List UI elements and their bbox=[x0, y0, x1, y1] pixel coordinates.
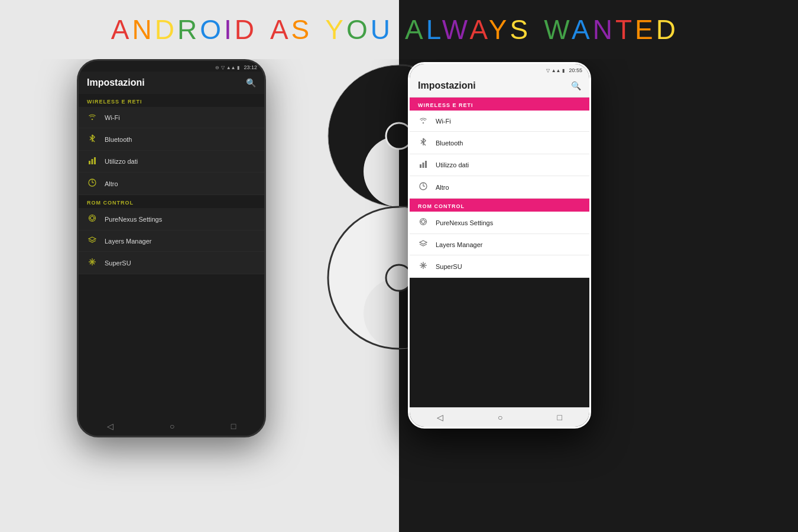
letter-D: D bbox=[155, 14, 177, 45]
right-altro-item[interactable]: Altro bbox=[410, 176, 589, 199]
letter-A: A bbox=[111, 14, 132, 45]
left-data-item[interactable]: Utilizzo dati bbox=[79, 151, 264, 173]
right-status-icons: ▽ ▲▲ ▮ bbox=[546, 68, 565, 73]
right-home-icon[interactable]: ○ bbox=[498, 413, 502, 422]
letter-AL-A: A bbox=[405, 14, 426, 45]
svg-rect-5 bbox=[92, 159, 93, 164]
right-altro-label: Altro bbox=[436, 184, 449, 191]
left-purenexus-item[interactable]: PureNexus Settings bbox=[79, 208, 264, 231]
left-data-icon bbox=[87, 157, 98, 166]
left-bluetooth-icon bbox=[87, 134, 98, 144]
left-wifi-label: Wi-Fi bbox=[105, 114, 120, 121]
right-wifi-label: Wi-Fi bbox=[436, 118, 451, 125]
left-phone: ⊖ ▽ ▲▲ ▮ 23:12 Impostazioni 🔍 WIRELESS E… bbox=[77, 59, 266, 437]
left-settings-list: WIRELESS E RETI Wi-Fi Bluetooth bbox=[79, 94, 264, 417]
letter-AL-L: L bbox=[426, 14, 442, 45]
dnd-icon: ⊖ bbox=[215, 65, 219, 70]
svg-rect-4 bbox=[89, 161, 90, 164]
header-row: ANDROIDASYOU ALWAYSWANTED bbox=[0, 0, 798, 59]
right-phone-container: ▽ ▲▲ ▮ 20:55 Impostazioni 🔍 WIRELESS E R… bbox=[408, 62, 591, 429]
left-status-bar: ⊖ ▽ ▲▲ ▮ 23:12 bbox=[79, 61, 264, 72]
svg-rect-22 bbox=[423, 163, 424, 168]
right-layers-item[interactable]: Layers Manager bbox=[410, 234, 589, 255]
left-purenexus-label: PureNexus Settings bbox=[105, 216, 162, 223]
left-altro-item[interactable]: Altro bbox=[79, 173, 264, 195]
letter-D2: D bbox=[235, 14, 257, 45]
svg-point-10 bbox=[92, 180, 93, 181]
right-layers-label: Layers Manager bbox=[436, 241, 483, 248]
letter-AL-S: S bbox=[510, 14, 531, 45]
right-supersu-label: SuperSU bbox=[436, 263, 462, 270]
left-altro-icon bbox=[87, 179, 98, 189]
letter-Y: Y bbox=[325, 14, 346, 45]
letter-WA: A bbox=[572, 14, 593, 45]
letter-WT: T bbox=[615, 14, 635, 45]
right-recents-icon[interactable]: □ bbox=[557, 413, 562, 422]
left-status-icons: ⊖ ▽ ▲▲ ▮ bbox=[215, 65, 240, 70]
right-supersu-icon bbox=[418, 261, 429, 271]
letter-R: R bbox=[177, 14, 200, 45]
left-home-icon[interactable]: ○ bbox=[170, 421, 174, 431]
right-signal-icon: ▲▲ bbox=[552, 68, 561, 73]
letter-AL-Y: Y bbox=[489, 14, 510, 45]
svg-point-29 bbox=[421, 220, 425, 223]
right-section1-header: WIRELESS E RETI bbox=[410, 98, 589, 111]
left-status-time: 23:12 bbox=[244, 64, 257, 70]
letter-AS-A: A bbox=[270, 14, 291, 45]
right-app-bar: Impostazioni 🔍 bbox=[410, 74, 589, 98]
right-status-time: 20:55 bbox=[569, 67, 582, 73]
left-phone-container: ⊖ ▽ ▲▲ ▮ 23:12 Impostazioni 🔍 WIRELESS E… bbox=[77, 59, 266, 437]
left-bluetooth-item[interactable]: Bluetooth bbox=[79, 128, 264, 151]
right-altro-icon bbox=[418, 182, 429, 192]
right-status-bar: ▽ ▲▲ ▮ 20:55 bbox=[410, 64, 589, 74]
title-bg-right: ALWAYSWANTED bbox=[399, 0, 798, 59]
right-purenexus-item[interactable]: PureNexus Settings bbox=[410, 212, 589, 234]
left-section2-header: ROM CONTROL bbox=[79, 195, 264, 208]
svg-rect-23 bbox=[425, 161, 427, 168]
right-bluetooth-label: Bluetooth bbox=[436, 140, 463, 147]
letter-U: U bbox=[371, 14, 393, 45]
right-wifi-icon bbox=[418, 116, 429, 125]
right-data-item[interactable]: Utilizzo dati bbox=[410, 154, 589, 176]
right-back-icon[interactable]: ◁ bbox=[437, 413, 443, 422]
left-altro-label: Altro bbox=[105, 180, 118, 187]
letter-N: N bbox=[132, 14, 154, 45]
left-back-icon[interactable]: ◁ bbox=[107, 421, 113, 431]
right-nav-bar: ◁ ○ □ bbox=[410, 407, 589, 427]
right-wifi-item[interactable]: Wi-Fi bbox=[410, 111, 589, 132]
left-phone-screen: ⊖ ▽ ▲▲ ▮ 23:12 Impostazioni 🔍 WIRELESS E… bbox=[79, 61, 264, 436]
letter-WD: D bbox=[656, 14, 679, 45]
right-battery-icon: ▮ bbox=[562, 68, 565, 73]
left-section1-header: WIRELESS E RETI bbox=[79, 94, 264, 107]
left-supersu-item[interactable]: SuperSU bbox=[79, 252, 264, 274]
left-layers-item[interactable]: Layers Manager bbox=[79, 231, 264, 252]
right-layers-icon bbox=[418, 240, 429, 249]
title-right-text: ALWAYSWANTED bbox=[399, 14, 679, 46]
svg-rect-21 bbox=[420, 164, 421, 168]
left-wifi-icon bbox=[87, 113, 98, 122]
letter-I: I bbox=[224, 14, 235, 45]
right-bluetooth-item[interactable]: Bluetooth bbox=[410, 132, 589, 154]
left-search-icon[interactable]: 🔍 bbox=[246, 78, 256, 87]
right-app-title: Impostazioni bbox=[418, 80, 476, 91]
right-purenexus-label: PureNexus Settings bbox=[436, 219, 493, 226]
letter-AL-A2: A bbox=[470, 14, 489, 45]
left-wifi-item[interactable]: Wi-Fi bbox=[79, 107, 264, 128]
svg-point-12 bbox=[90, 216, 94, 220]
letter-AL-W: W bbox=[442, 14, 470, 45]
right-data-label: Utilizzo dati bbox=[436, 161, 469, 168]
svg-point-27 bbox=[423, 183, 424, 184]
left-layers-label: Layers Manager bbox=[105, 238, 152, 245]
title-left-text: ANDROIDASYOU bbox=[111, 14, 399, 46]
title-bg-left: ANDROIDASYOU bbox=[0, 0, 399, 59]
left-recents-icon[interactable]: □ bbox=[231, 421, 236, 431]
right-wifi-status: ▽ bbox=[546, 68, 550, 73]
left-supersu-icon bbox=[87, 258, 98, 268]
letter-W-wanted: W bbox=[544, 14, 572, 45]
right-search-icon[interactable]: 🔍 bbox=[571, 81, 581, 90]
letter-AS-S: S bbox=[291, 14, 313, 45]
right-supersu-item[interactable]: SuperSU bbox=[410, 255, 589, 278]
left-data-label: Utilizzo dati bbox=[105, 158, 138, 165]
right-data-icon bbox=[418, 160, 429, 170]
letter-WN: N bbox=[593, 14, 615, 45]
